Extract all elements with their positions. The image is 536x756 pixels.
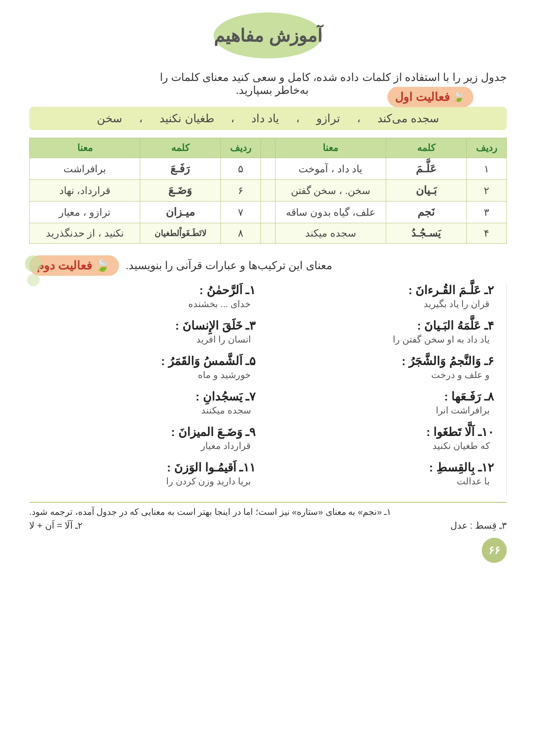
sep2: ،: [296, 112, 300, 125]
word4: طغیان نکنید: [159, 112, 214, 125]
mana-left-4: نکنید ، از حدنگذرید: [30, 223, 140, 244]
activity1-badge-label: فعالیت اول: [395, 90, 450, 104]
num-right-4: ۴: [466, 223, 506, 244]
activity1-badge: 🍃 فعالیت اول: [387, 87, 473, 107]
page-number: ۶۶: [488, 544, 500, 557]
ex-item-7: ۷ـ يَسجُدانِ : سجده میکنند: [42, 390, 255, 416]
row-divider: [261, 202, 276, 223]
header-title: آموزش مفاهیم: [214, 25, 322, 46]
ex-arabic-8: ۸ـ رَفَـعَها :: [281, 390, 494, 403]
num-right-1: ۱: [466, 158, 506, 180]
page-number-circle: ۶۶: [482, 538, 507, 563]
num-left-2: ۶: [220, 180, 260, 202]
ex-item-8: ۸ـ رَفَـعَها : برافراشت انرا: [281, 390, 494, 416]
ex-item-12: ۱۲ـ بِالقِسطِ : با عدالت: [281, 461, 494, 487]
ex-persian-3: انسان را افرید: [42, 334, 255, 345]
row-divider: [261, 180, 276, 202]
ex-item-4: ۴ـ عَلَّمَهُ البَـیانَ : یاد داد به او س…: [281, 319, 494, 345]
ex-arabic-3: ۳ـ خَلَقَ الإِنسانَ :: [42, 319, 255, 333]
kalema-right-1: عَلَّـمَ: [386, 158, 466, 180]
header-kalema-right: کلمه: [386, 138, 466, 158]
ex-persian-2: قران را یاد بگیرید: [281, 299, 494, 310]
sep1: ،: [357, 112, 361, 125]
exercise-columns: ۱ـ اَلرَّحمٰنُ : خدای ... بخشنده ۳ـ خَلَ…: [29, 283, 507, 496]
word2: ترازو: [316, 112, 340, 125]
ex-arabic-7: ۷ـ يَسجُدانِ :: [42, 390, 255, 403]
ex-item-1: ۱ـ اَلرَّحمٰنُ : خدای ... بخشنده: [42, 283, 255, 310]
ex-arabic-12: ۱۲ـ بِالقِسطِ :: [281, 461, 494, 474]
ex-item-6: ۶ـ وَالنَّجمُ وَالشَّجَرُ : و علف و درخت: [281, 354, 494, 381]
note-row-1: ۱ـ «نجم» به معنای «ستاره» نیز است؛ اما د…: [29, 507, 507, 517]
ex-persian-10: که طغیان نکنید: [281, 441, 494, 451]
footer-divider: [29, 502, 507, 503]
kalema-right-2: بَـیان: [386, 180, 466, 202]
row-divider: [261, 158, 276, 180]
table-row: ۴ یَسـجُـدُ سجده میکند ۸ لاتَطَـغَواْلطغ…: [30, 223, 507, 244]
header-mana-left: معنا: [30, 138, 140, 158]
ex-persian-6: و علف و درخت: [281, 370, 494, 381]
activity2-badge-label: فعالیت دوم: [37, 259, 92, 272]
ex-persian-9: قرارداد معیار: [42, 441, 255, 451]
ex-persian-1: خدای ... بخشنده: [42, 299, 255, 310]
ex-arabic-5: ۵ـ اَلشَّمسُ وَالقَمَرُ :: [42, 354, 255, 368]
ex-persian-4: یاد داد به او سخن گفتن را: [281, 334, 494, 345]
header-banner: آموزش مفاهیم: [0, 0, 536, 67]
ex-persian-5: خورشید و ماه: [42, 370, 255, 381]
table-row: ۳ نَجم علف، گیاه بدون ساقه ۷ میـزان تراز…: [30, 202, 507, 223]
exercise-col-left: ۲ـ عَلَّـمَ القُـرءانَ : قران را یاد بگی…: [268, 283, 507, 496]
ex-persian-12: با عدالت: [281, 476, 494, 487]
ex-item-11: ۱۱ـ اَقیمُـوا الوَزنَ : بریا دارید وزن ک…: [42, 461, 255, 487]
ex-persian-11: بریا دارید وزن کردن را: [42, 476, 255, 487]
page-num-area: ۶۶: [0, 531, 536, 571]
mana-right-4: سجده میکند: [275, 223, 386, 244]
ex-arabic-4: ۴ـ عَلَّمَهُ البَـیانَ :: [281, 319, 494, 333]
ex-arabic-11: ۱۱ـ اَقیمُـوا الوَزنَ :: [42, 461, 255, 474]
kalema-left-2: وَضَـعَ: [140, 180, 221, 202]
instruction-line1: جدول زیر را با استفاده از کلمات داده شده…: [38, 71, 507, 84]
section1: جدول زیر را با استفاده از کلمات داده شده…: [0, 67, 536, 244]
word1: سجده می‌کند: [377, 112, 439, 125]
table-row: ۱ عَلَّـمَ یاد داد ، آموخت ۵ رَفَـعَ برا…: [30, 158, 507, 180]
kalema-left-4: لاتَطَـغَواْلطغیان: [140, 223, 221, 244]
ex-item-10: ۱۰ـ اَلَّا تَطغَوا : که طغیان نکنید: [281, 425, 494, 451]
kalema-right-3: نَجم: [386, 202, 466, 223]
header-radif-right: ردیف: [466, 138, 506, 158]
word3: یاد داد: [251, 112, 280, 125]
header-radif-left: ردیف: [220, 138, 260, 158]
mana-right-1: یاد داد ، آموخت: [275, 158, 386, 180]
header-oval: آموزش مفاهیم: [214, 13, 322, 58]
note2-text: ۲ـ آلَا = اَن + لا: [29, 520, 83, 531]
word5: سخن: [97, 112, 122, 125]
note-row-2: ۳ـ قِسط : عدل ۲ـ آلَا = اَن + لا: [29, 520, 507, 531]
num-left-3: ۷: [220, 202, 260, 223]
table-row: ۲ بَـیان سخن. ، سخن گفتن ۶ وَضَـعَ قرارد…: [30, 180, 507, 202]
deco-circles: [25, 255, 42, 286]
num-right-2: ۲: [466, 180, 506, 202]
kalema-left-1: رَفَـعَ: [140, 158, 221, 180]
ex-item-9: ۹ـ وَضَـعَ المیزانَ : قرارداد معیار: [42, 425, 255, 451]
word-strip: سجده می‌کند ، ترازو ، یاد داد ، طغیان نک…: [29, 107, 507, 130]
mana-right-2: سخن. ، سخن گفتن: [275, 180, 386, 202]
row-divider: [261, 223, 276, 244]
note1-text: ۱ـ «نجم» به معنای «ستاره» نیز است؛ اما د…: [29, 507, 391, 517]
ex-item-3: ۳ـ خَلَقَ الإِنسانَ : انسان را افرید: [42, 319, 255, 345]
mana-right-3: علف، گیاه بدون ساقه: [275, 202, 386, 223]
ex-persian-8: برافراشت انرا: [281, 405, 494, 416]
leaf-icon2: 🍃: [95, 259, 110, 272]
footer-notes: ۱ـ «نجم» به معنای «ستاره» نیز است؛ اما د…: [29, 507, 507, 531]
mana-left-1: برافراشت: [30, 158, 140, 180]
note3-text: ۳ـ قِسط : عدل: [450, 520, 507, 531]
num-right-3: ۳: [466, 202, 506, 223]
num-left-1: ۵: [220, 158, 260, 180]
leaf-icon1: 🍃: [453, 92, 464, 103]
kalema-left-3: میـزان: [140, 202, 221, 223]
kalema-right-4: یَسـجُـدُ: [386, 223, 466, 244]
section2: معنای این ترکیب‌ها و عبارات قرآنی را بنو…: [0, 255, 536, 496]
ex-arabic-2: ۲ـ عَلَّـمَ القُـرءانَ :: [281, 283, 494, 297]
ex-persian-7: سجده میکنند: [42, 405, 255, 416]
footer: ۱ـ «نجم» به معنای «ستاره» نیز است؛ اما د…: [0, 502, 536, 531]
ex-item-5: ۵ـ اَلشَّمسُ وَالقَمَرُ : خورشید و ماه: [42, 354, 255, 381]
mana-left-3: ترازو ، معیار: [30, 202, 140, 223]
mana-left-2: قرارداد، نهاد: [30, 180, 140, 202]
table-divider: [261, 138, 276, 158]
